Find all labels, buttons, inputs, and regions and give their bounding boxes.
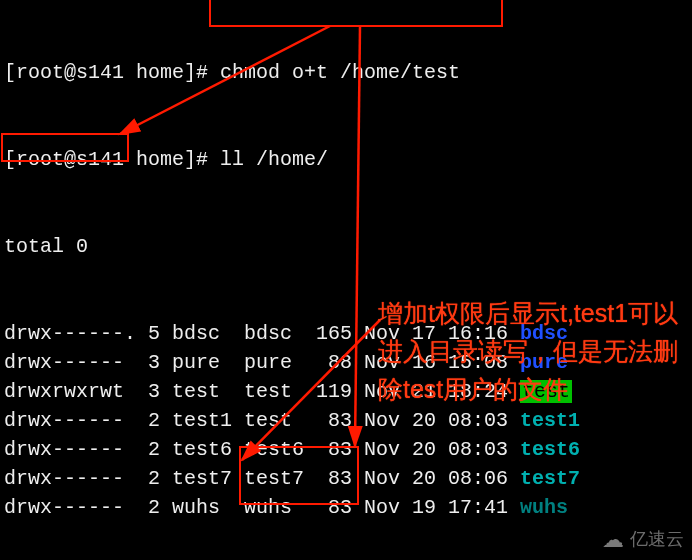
ls-row: drwx------ 2 test7 test7 83 Nov 20 08:06… (4, 464, 688, 493)
meta: 2 test6 test6 83 Nov 20 08:03 (148, 438, 520, 461)
cmd-line-chmod: [root@s141 home]# chmod o+t /home/test (4, 58, 688, 87)
cmd-line-ll-home: [root@s141 home]# ll /home/ (4, 145, 688, 174)
filename: wuhs (520, 496, 568, 519)
filename: test (520, 380, 572, 403)
typed-command: chmod o+t /home/test (220, 61, 460, 84)
ls-row: drwxrwxrwt 3 test test 119 Nov 21 18:24 … (4, 377, 688, 406)
filename: test1 (520, 409, 580, 432)
typed-command: ll /home/ (220, 148, 328, 171)
meta: 3 pure pure 88 Nov 16 15:08 (148, 351, 520, 374)
terminal-output: [root@s141 home]# chmod o+t /home/test [… (0, 0, 692, 560)
filename: test7 (520, 467, 580, 490)
perm: drwx------ (4, 467, 148, 490)
perm: drwx------ (4, 438, 148, 461)
perm: drwxrwxrwt (4, 380, 148, 403)
ls-row: drwx------ 2 test1 test 83 Nov 20 08:03 … (4, 406, 688, 435)
ls-row: drwx------. 5 bdsc bdsc 165 Nov 17 16:16… (4, 319, 688, 348)
output-total: total 0 (4, 232, 688, 261)
meta: 2 test1 test 83 Nov 20 08:03 (148, 409, 520, 432)
meta: 2 test7 test7 83 Nov 20 08:06 (148, 467, 520, 490)
perm: drwx------ (4, 409, 148, 432)
meta: 3 test test 119 Nov 21 18:24 (148, 380, 520, 403)
meta: 2 wuhs wuhs 83 Nov 19 17:41 (148, 496, 520, 519)
prompt: [root@s141 home]# (4, 61, 220, 84)
ls-row: drwx------ 2 wuhs wuhs 83 Nov 19 17:41 w… (4, 493, 688, 522)
perm: drwx------. (4, 322, 148, 345)
perm: drwx------ (4, 351, 148, 374)
filename: test6 (520, 438, 580, 461)
ls-row: drwx------ 2 test6 test6 83 Nov 20 08:03… (4, 435, 688, 464)
filename: bdsc (520, 322, 568, 345)
prompt: [root@s141 home]# (4, 148, 220, 171)
perm: drwx------ (4, 496, 148, 519)
filename: pure (520, 351, 568, 374)
ls-row: drwx------ 3 pure pure 88 Nov 16 15:08 p… (4, 348, 688, 377)
meta: 5 bdsc bdsc 165 Nov 17 16:16 (148, 322, 520, 345)
